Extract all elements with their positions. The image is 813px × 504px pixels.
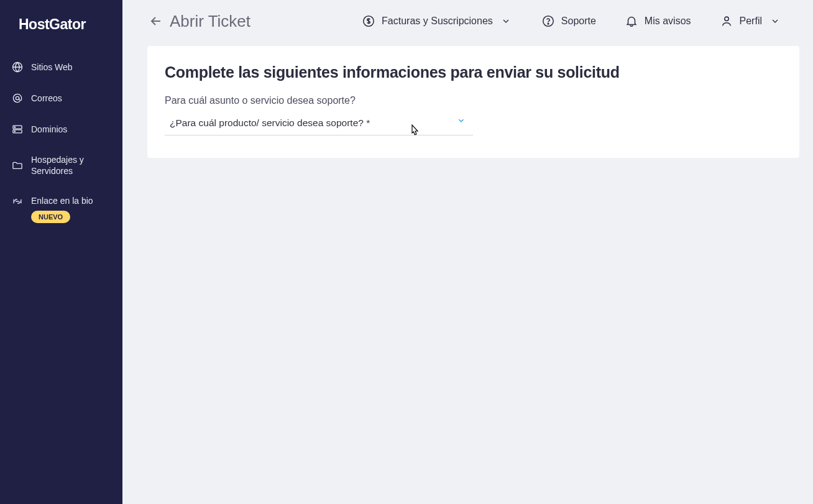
field-label: Para cuál asunto o servicio desea soport… <box>165 95 782 106</box>
person-icon <box>720 14 733 28</box>
folder-icon <box>11 159 24 172</box>
back-group[interactable]: Abrir Ticket <box>149 12 342 31</box>
topbar-link-label: Perfil <box>740 16 762 27</box>
sidebar: HostGator Sitios Web Correos Dominios Ho… <box>0 0 122 504</box>
sidebar-item-bio-link[interactable]: Enlace en la bio NUEVO <box>0 186 122 232</box>
topbar-link-label: Soporte <box>561 16 596 27</box>
brand-logo[interactable]: HostGator <box>0 11 122 52</box>
svg-point-4 <box>14 127 15 127</box>
server-icon <box>11 123 24 135</box>
help-circle-icon <box>541 14 555 28</box>
chevron-down-icon <box>499 14 513 28</box>
ticket-form-card: Complete las siguientes informaciones pa… <box>147 46 799 158</box>
topbar-notices[interactable]: Mis avisos <box>616 14 700 28</box>
sidebar-item-label: Dominios <box>31 124 67 135</box>
topbar-billing[interactable]: Facturas y Suscripciones <box>353 14 521 28</box>
card-title: Complete las siguientes informaciones pa… <box>165 63 782 81</box>
sidebar-item-label: Correos <box>31 93 62 104</box>
sidebar-item-label: Hospedajes y Servidores <box>31 154 111 176</box>
sidebar-item-hosting[interactable]: Hospedajes y Servidores <box>0 145 122 186</box>
svg-point-8 <box>548 23 549 24</box>
dollar-circle-icon <box>362 14 375 28</box>
topbar-profile[interactable]: Perfil <box>711 14 791 28</box>
topbar-link-label: Mis avisos <box>645 16 691 27</box>
svg-point-1 <box>16 96 19 99</box>
arrow-left-icon <box>149 14 163 29</box>
chevron-down-icon <box>768 14 782 28</box>
sidebar-item-sites[interactable]: Sitios Web <box>0 52 122 83</box>
topbar: Abrir Ticket Facturas y Suscripciones So… <box>122 0 813 42</box>
page-title: Abrir Ticket <box>170 12 250 31</box>
select-placeholder: ¿Para cuál producto/ servicio desea sopo… <box>170 117 370 128</box>
new-badge: NUEVO <box>31 211 70 223</box>
topbar-link-label: Facturas y Suscripciones <box>382 16 493 27</box>
sidebar-item-emails[interactable]: Correos <box>0 83 122 114</box>
sidebar-item-domains[interactable]: Dominios <box>0 114 122 145</box>
globe-icon <box>11 61 24 73</box>
svg-point-9 <box>724 17 728 21</box>
at-icon <box>11 92 24 104</box>
product-service-select[interactable]: ¿Para cuál producto/ servicio desea sopo… <box>165 114 473 135</box>
link-icon <box>11 195 24 208</box>
sidebar-item-label: Enlace en la bio <box>31 195 93 206</box>
main: Abrir Ticket Facturas y Suscripciones So… <box>122 0 813 504</box>
content-area: Complete las siguientes informaciones pa… <box>122 42 813 504</box>
sidebar-item-label: Sitios Web <box>31 62 73 73</box>
svg-point-5 <box>14 131 15 132</box>
chevron-down-icon <box>457 116 466 125</box>
topbar-support[interactable]: Soporte <box>533 14 605 28</box>
bell-icon <box>625 14 638 28</box>
